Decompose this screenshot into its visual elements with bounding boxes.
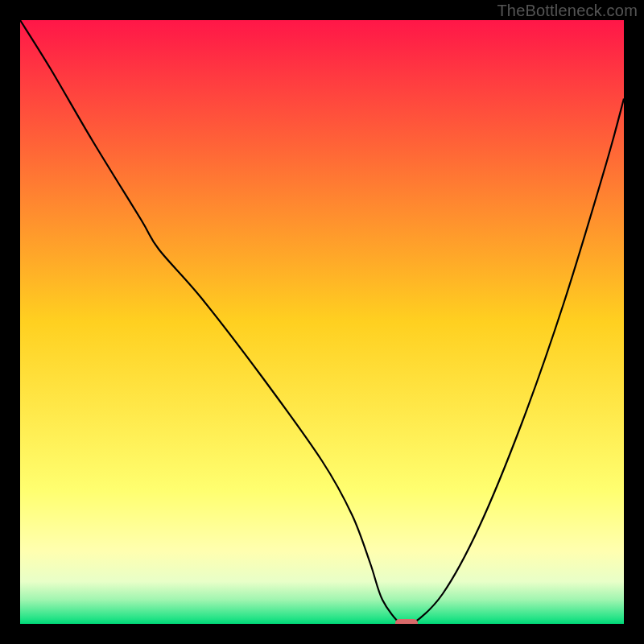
chart-background-gradient (20, 20, 624, 624)
optimal-marker (395, 619, 418, 624)
chart-svg (20, 20, 624, 624)
watermark-text: TheBottleneck.com (497, 2, 638, 20)
chart-frame (20, 20, 624, 624)
